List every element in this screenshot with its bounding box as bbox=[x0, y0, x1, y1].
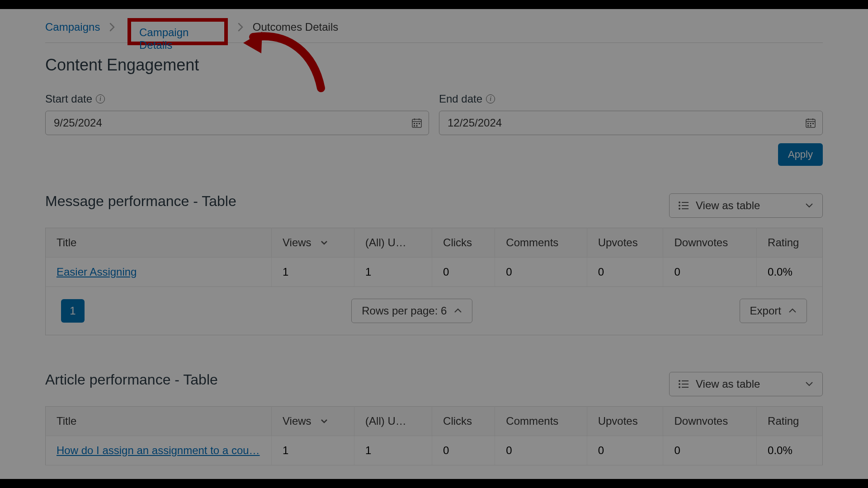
sort-desc-icon bbox=[321, 418, 328, 424]
article-section-title: Article performance - Table bbox=[45, 371, 218, 388]
calendar-icon[interactable] bbox=[412, 118, 422, 128]
row-title-link[interactable]: How do I assign an assignment to a cou… bbox=[57, 444, 260, 456]
svg-point-24 bbox=[679, 380, 680, 382]
svg-rect-29 bbox=[682, 387, 689, 388]
message-section-header: Message performance - Table View as tabl… bbox=[45, 193, 823, 218]
cell-comments: 0 bbox=[495, 258, 587, 287]
message-section-title: Message performance - Table bbox=[45, 193, 236, 210]
svg-rect-16 bbox=[807, 125, 809, 127]
view-as-table-dropdown[interactable]: View as table bbox=[669, 193, 823, 218]
cell-views: 1 bbox=[272, 436, 354, 465]
cell-allu: 1 bbox=[354, 258, 432, 287]
article-section-header: Article performance - Table View as tabl… bbox=[45, 371, 823, 396]
svg-rect-21 bbox=[682, 205, 689, 206]
start-date-group: Start date i bbox=[45, 93, 429, 135]
start-date-input[interactable] bbox=[45, 111, 429, 135]
list-icon bbox=[679, 202, 689, 210]
svg-rect-5 bbox=[416, 123, 418, 124]
col-title[interactable]: Title bbox=[46, 228, 272, 258]
svg-rect-19 bbox=[682, 202, 689, 203]
svg-point-20 bbox=[679, 205, 680, 206]
page-wrap: Campaign Details Campaigns Campaign Deta… bbox=[0, 0, 868, 488]
export-button[interactable]: Export bbox=[740, 299, 807, 323]
col-downvotes[interactable]: Downvotes bbox=[663, 228, 757, 258]
svg-point-28 bbox=[679, 386, 680, 388]
content-frame: Campaign Details Campaigns Campaign Deta… bbox=[0, 9, 868, 479]
col-rating[interactable]: Rating bbox=[757, 228, 823, 258]
message-table-footer: 1 Rows per page: 6 Export bbox=[45, 287, 823, 335]
svg-rect-25 bbox=[682, 380, 689, 381]
svg-rect-23 bbox=[682, 208, 689, 209]
svg-point-26 bbox=[679, 383, 680, 385]
calendar-icon[interactable] bbox=[806, 118, 816, 128]
apply-button[interactable]: Apply bbox=[778, 143, 823, 166]
article-performance-table: Title Views (All) U… Clicks Comments Upv… bbox=[45, 406, 823, 465]
cell-upvotes: 0 bbox=[587, 436, 663, 465]
col-clicks[interactable]: Clicks bbox=[432, 407, 495, 436]
start-date-input-wrap bbox=[45, 111, 429, 135]
chevron-up-icon bbox=[788, 308, 797, 314]
svg-rect-4 bbox=[414, 123, 415, 124]
cell-downvotes: 0 bbox=[663, 258, 757, 287]
end-date-input-wrap bbox=[439, 111, 823, 135]
svg-rect-14 bbox=[810, 123, 811, 124]
cell-clicks: 0 bbox=[432, 436, 495, 465]
col-comments[interactable]: Comments bbox=[495, 228, 587, 258]
main-content: Campaigns Campaign Details Outcomes Deta… bbox=[45, 20, 823, 465]
col-allu[interactable]: (All) U… bbox=[354, 407, 432, 436]
col-views[interactable]: Views bbox=[272, 407, 354, 436]
col-rating[interactable]: Rating bbox=[757, 407, 823, 436]
chevron-down-icon bbox=[805, 381, 813, 387]
chevron-right-icon bbox=[109, 23, 115, 32]
svg-rect-8 bbox=[416, 125, 418, 127]
svg-point-22 bbox=[679, 208, 680, 210]
end-date-label: End date i bbox=[439, 93, 823, 105]
svg-rect-27 bbox=[682, 384, 689, 385]
col-allu[interactable]: (All) U… bbox=[354, 228, 432, 258]
view-as-table-dropdown[interactable]: View as table bbox=[669, 372, 823, 396]
col-views[interactable]: Views bbox=[272, 228, 354, 258]
date-filters: Start date i End date i bbox=[45, 93, 823, 135]
breadcrumb-campaign-details-highlighted[interactable]: Campaign Details bbox=[139, 26, 224, 52]
col-downvotes[interactable]: Downvotes bbox=[663, 407, 757, 436]
end-date-input[interactable] bbox=[439, 111, 823, 135]
cell-allu: 1 bbox=[354, 436, 432, 465]
cell-rating: 0.0% bbox=[757, 436, 823, 465]
info-icon[interactable]: i bbox=[96, 94, 105, 103]
col-title[interactable]: Title bbox=[46, 407, 272, 436]
svg-point-18 bbox=[679, 202, 680, 203]
table-row: How do I assign an assignment to a cou… … bbox=[46, 436, 823, 465]
svg-rect-13 bbox=[807, 123, 809, 124]
col-comments[interactable]: Comments bbox=[495, 407, 587, 436]
col-clicks[interactable]: Clicks bbox=[432, 228, 495, 258]
info-icon[interactable]: i bbox=[486, 94, 495, 103]
annotation-arrow bbox=[235, 18, 330, 95]
apply-row: Apply bbox=[45, 143, 823, 166]
view-as-table-label: View as table bbox=[696, 378, 760, 390]
chevron-down-icon bbox=[805, 203, 813, 208]
annotation-highlight-box: Campaign Details bbox=[127, 18, 228, 45]
chevron-up-icon bbox=[454, 308, 462, 314]
cell-upvotes: 0 bbox=[587, 258, 663, 287]
cell-rating: 0.0% bbox=[757, 258, 823, 287]
end-date-group: End date i bbox=[439, 93, 823, 135]
row-title-link[interactable]: Easier Assigning bbox=[57, 266, 137, 278]
pagination-page-1[interactable]: 1 bbox=[61, 299, 85, 323]
rows-per-page-dropdown[interactable]: Rows per page: 6 bbox=[351, 299, 472, 323]
svg-rect-15 bbox=[812, 123, 814, 124]
sort-desc-icon bbox=[321, 240, 328, 245]
page-title: Content Engagement bbox=[45, 56, 823, 75]
cell-comments: 0 bbox=[495, 436, 587, 465]
svg-rect-7 bbox=[414, 125, 415, 127]
cell-views: 1 bbox=[272, 258, 354, 287]
col-upvotes[interactable]: Upvotes bbox=[587, 407, 663, 436]
table-row: Easier Assigning 1 1 0 0 0 0 0.0% bbox=[46, 258, 823, 287]
breadcrumb-campaigns[interactable]: Campaigns bbox=[45, 21, 100, 33]
col-upvotes[interactable]: Upvotes bbox=[587, 228, 663, 258]
message-performance-table: Title Views (All) U… Clicks Comments Upv… bbox=[45, 228, 823, 287]
list-icon bbox=[679, 380, 689, 388]
svg-rect-6 bbox=[419, 123, 420, 124]
cell-downvotes: 0 bbox=[663, 436, 757, 465]
cell-clicks: 0 bbox=[432, 258, 495, 287]
svg-rect-17 bbox=[810, 125, 811, 127]
